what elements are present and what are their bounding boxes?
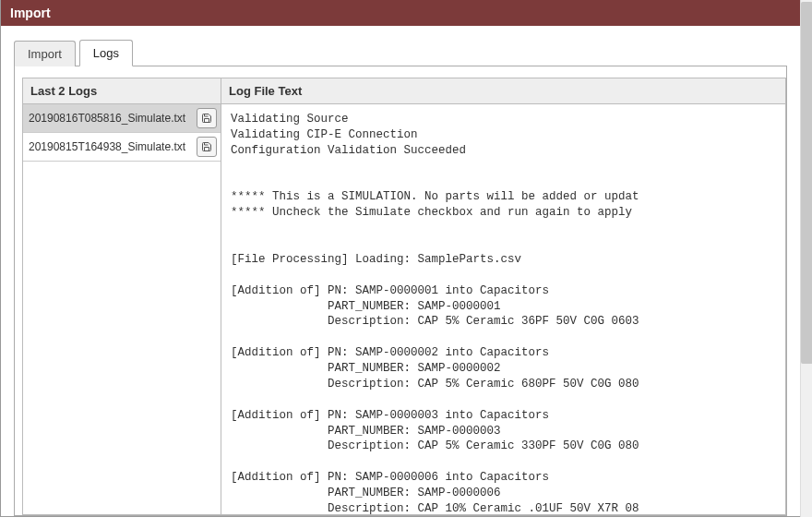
log-list-header: Last 2 Logs (23, 78, 221, 104)
logs-panel: Last 2 Logs 20190816T085816_Simulate.txt (14, 66, 787, 516)
save-icon[interactable] (197, 108, 217, 128)
log-item[interactable]: 20190815T164938_Simulate.txt (23, 133, 221, 162)
tab-import[interactable]: Import (14, 41, 76, 66)
save-icon[interactable] (197, 137, 217, 157)
log-items: 20190816T085816_Simulate.txt 20190815T (23, 104, 221, 514)
log-item-filename: 20190816T085816_Simulate.txt (29, 112, 193, 125)
content-area: Import Logs Last 2 Logs 20190816T085816_… (1, 26, 800, 516)
window-title: Import (10, 6, 51, 20)
scrollbar-thumb[interactable] (801, 2, 812, 364)
scrollbar[interactable] (800, 0, 812, 517)
log-item[interactable]: 20190816T085816_Simulate.txt (23, 104, 221, 133)
import-window: Import Import Logs Last 2 Logs 20190816T… (0, 0, 801, 517)
window-title-bar: Import (1, 0, 800, 26)
log-text-header: Log File Text (221, 78, 785, 104)
log-text-pane: Log File Text Validating Source Validati… (221, 78, 786, 515)
tab-row: Import Logs (14, 39, 787, 66)
tab-logs[interactable]: Logs (79, 40, 133, 66)
log-list: Last 2 Logs 20190816T085816_Simulate.txt (22, 78, 221, 515)
log-text-body[interactable]: Validating Source Validating CIP-E Conne… (221, 104, 785, 514)
log-item-filename: 20190815T164938_Simulate.txt (29, 140, 193, 153)
